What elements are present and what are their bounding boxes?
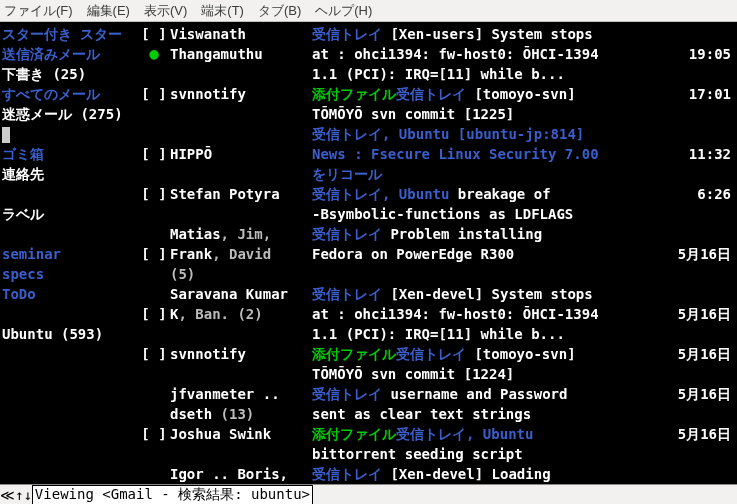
mail-checkbox[interactable]: [ ] [138,144,170,164]
sidebar: スター付き スター 送信済みメール 下書き (25) すべてのメール 迷惑メール… [0,22,138,484]
mail-row[interactable]: をリコール [138,164,737,184]
menu-edit[interactable]: 編集(E) [87,2,130,20]
mail-checkbox[interactable]: [ ] [138,344,170,364]
mail-checkbox[interactable]: [ ] [138,244,170,264]
mail-row[interactable]: Matias, Jim,受信トレイ Problem installing [138,224,737,244]
mail-sender: svnnotify [170,84,312,104]
sidebar-labels[interactable]: ラベル [2,204,134,224]
mail-row[interactable]: TŌMŌYŌ svn commit [1225] [138,104,737,124]
mail-sender: Stefan Potyra [170,184,312,204]
mail-sender: dseth (13) [170,404,312,424]
mail-subject: News : Fsecure Linux Security 7.00 [312,144,675,164]
mail-row[interactable]: [ ]Stefan Potyra受信トレイ, Ubuntu breakage o… [138,184,737,204]
mail-checkbox[interactable]: [ ] [138,84,170,104]
mail-checkbox[interactable]: [ ] [138,24,170,44]
sidebar-sent[interactable]: 送信済みメール [2,44,134,64]
sidebar-contacts[interactable]: 連絡先 [2,164,134,184]
mail-checkbox[interactable]: [ ] [138,184,170,204]
menu-file[interactable]: ファイル(F) [4,2,73,20]
sidebar-ubuntu[interactable]: Ubuntu (593) [2,324,134,344]
mail-subject: 受信トレイ Problem installing [312,224,675,244]
sidebar-seminar[interactable]: seminar [2,244,134,264]
mail-subject: TŌMŌYŌ svn commit [1225] [312,104,675,124]
mail-sender: K, Ban. (2) [170,304,312,324]
menu-help[interactable]: ヘルプ(H) [315,2,372,20]
mail-sender: Matias, Jim, [170,224,312,244]
sidebar-starred[interactable]: スター付き スター [2,24,134,44]
mail-date: 5月16日 [675,384,737,404]
mail-date: 11:32 [675,144,737,164]
unread-dot-icon: ● [149,44,159,63]
mail-subject: Fedora on PowerEdge R300 [312,244,675,264]
mail-subject: 添付ファイル受信トレイ, Ubuntu [312,424,675,444]
sidebar-allmail[interactable]: すべてのメール [2,84,134,104]
mail-subject: 1.1 (PCI): IRQ=[11] while b... [312,64,675,84]
mail-row[interactable]: [ ]svnnotify添付ファイル受信トレイ [tomoyo-svn]5月16… [138,344,737,364]
status-arrows: ≪↑↓ [0,487,32,503]
sidebar-todo[interactable]: ToDo [2,284,134,304]
mail-date: 17:01 [675,84,737,104]
mail-sender: Viswanath [170,24,312,44]
mail-subject: 受信トレイ, Ubuntu [ubuntu-jp:814] [312,124,675,144]
mail-row[interactable]: dseth (13)sent as clear text strings [138,404,737,424]
mail-row[interactable]: [ ]Joshua Swink添付ファイル受信トレイ, Ubuntu5月16日 [138,424,737,444]
sidebar-spam[interactable]: 迷惑メール (275) [2,104,134,124]
mail-row[interactable]: [ ]Frank, DavidFedora on PowerEdge R3005… [138,244,737,264]
menu-terminal[interactable]: 端末(T) [201,2,244,20]
mail-row[interactable]: [ ]svnnotify添付ファイル受信トレイ [tomoyo-svn]17:0… [138,84,737,104]
mail-row[interactable]: Saravana Kumar受信トレイ [Xen-devel] System s… [138,284,737,304]
mail-row[interactable]: -Bsymbolic-functions as LDFLAGS [138,204,737,224]
mail-sender: Thangamuthu [170,44,312,64]
mail-date: 5月16日 [675,244,737,264]
menubar: ファイル(F) 編集(E) 表示(V) 端末(T) タブ(B) ヘルプ(H) [0,0,737,22]
cursor [2,127,10,143]
statusbar: ≪↑↓ Viewing <Gmail - 検索結果: ubuntu> [0,484,737,504]
mail-date: 19:05 [675,44,737,64]
mail-date: 5月16日 [675,344,737,364]
mail-subject: -Bsymbolic-functions as LDFLAGS [312,204,675,224]
mail-row[interactable]: ●Thangamuthuat : ohci1394: fw-host0: ŌHC… [138,44,737,64]
sidebar-drafts[interactable]: 下書き (25) [2,64,134,84]
sidebar-trash[interactable]: ゴミ箱 [2,144,134,164]
mail-date: 6:26 [675,184,737,204]
mail-sender: svnnotify [170,344,312,364]
mail-row[interactable]: [ ]Viswanath受信トレイ [Xen-users] System sto… [138,24,737,44]
status-text: Viewing <Gmail - 検索結果: ubuntu> [32,485,313,505]
mail-date: 5月16日 [675,304,737,324]
mail-row[interactable]: (5) [138,264,737,284]
mail-sender: HIPPŌ [170,144,312,164]
mail-row[interactable]: jfvanmeter ..受信トレイ username and Password… [138,384,737,404]
menu-tabs[interactable]: タブ(B) [258,2,301,20]
mail-row[interactable]: 受信トレイ, Ubuntu [ubuntu-jp:814] [138,124,737,144]
mail-subject: をリコール [312,164,675,184]
mail-row[interactable]: [ ]HIPPŌNews : Fsecure Linux Security 7.… [138,144,737,164]
mail-row[interactable]: 1.1 (PCI): IRQ=[11] while b... [138,64,737,84]
mail-subject: 添付ファイル受信トレイ [tomoyo-svn] [312,344,675,364]
mail-sender: (5) [170,264,312,284]
mail-row[interactable]: 1.1 (PCI): IRQ=[11] while b... [138,324,737,344]
mail-subject: 添付ファイル受信トレイ [tomoyo-svn] [312,84,675,104]
mail-row[interactable]: [ ]K, Ban. (2)at : ohci1394: fw-host0: Ō… [138,304,737,324]
mail-subject: 1.1 (PCI): IRQ=[11] while b... [312,324,675,344]
mail-list[interactable]: [ ]Viswanath受信トレイ [Xen-users] System sto… [138,22,737,484]
menu-view[interactable]: 表示(V) [144,2,187,20]
mail-subject: at : ohci1394: fw-host0: ŌHCI-1394 [312,304,675,324]
mail-checkbox[interactable]: [ ] [138,304,170,324]
mail-subject: at : ohci1394: fw-host0: ŌHCI-1394 [312,44,675,64]
terminal[interactable]: スター付き スター 送信済みメール 下書き (25) すべてのメール 迷惑メール… [0,22,737,484]
mail-checkbox[interactable]: ● [138,44,170,64]
mail-subject: 受信トレイ [Xen-users] System stops [312,24,675,44]
mail-sender: jfvanmeter .. [170,384,312,404]
mail-row[interactable]: Igor .. Boris,受信トレイ [Xen-devel] Loading [138,464,737,484]
mail-sender: Frank, David [170,244,312,264]
mail-row[interactable]: TŌMŌYŌ svn commit [1224] [138,364,737,384]
mail-sender: Joshua Swink [170,424,312,444]
mail-sender: Saravana Kumar [170,284,312,304]
mail-row[interactable]: bittorrent seeding script [138,444,737,464]
sidebar-specs[interactable]: specs [2,264,134,284]
mail-date: 5月16日 [675,424,737,444]
mail-sender: Igor .. Boris, [170,464,312,484]
mail-checkbox[interactable]: [ ] [138,424,170,444]
mail-subject: bittorrent seeding script [312,444,675,464]
mail-subject: 受信トレイ [Xen-devel] Loading [312,464,675,484]
